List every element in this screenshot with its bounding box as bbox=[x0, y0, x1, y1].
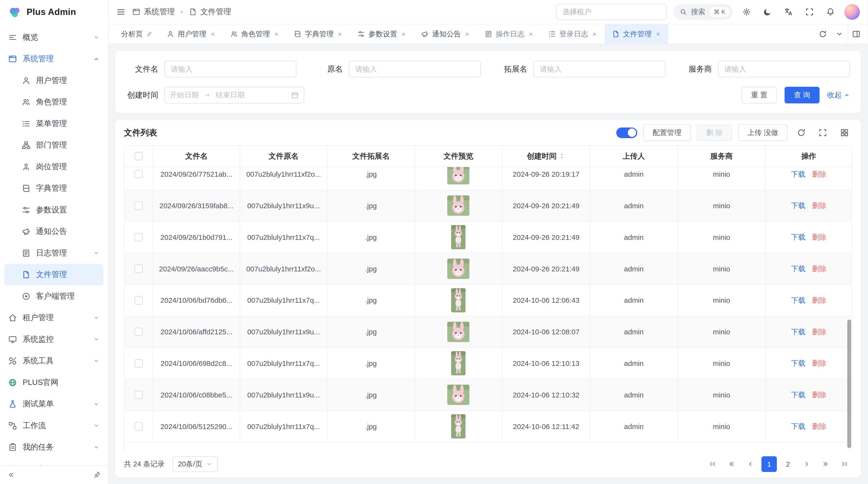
refresh-table-button[interactable] bbox=[794, 125, 809, 140]
fullscreen-button[interactable] bbox=[802, 5, 817, 19]
sidebar-item-monitor[interactable]: 系统监控 bbox=[0, 328, 108, 350]
sidebar-item-file[interactable]: 文件管理 bbox=[4, 264, 103, 286]
close-icon[interactable] bbox=[464, 31, 470, 37]
preview-image[interactable] bbox=[451, 225, 466, 250]
sidebar-item-dept[interactable]: 部门管理 bbox=[0, 134, 108, 156]
close-icon[interactable] bbox=[210, 31, 216, 37]
sidebar-item-gitee[interactable]: gitee记录 bbox=[0, 458, 108, 465]
delete-link[interactable]: 删除 bbox=[812, 358, 827, 368]
row-checkbox[interactable] bbox=[134, 233, 143, 241]
row-checkbox[interactable] bbox=[134, 296, 143, 304]
delete-link[interactable]: 删除 bbox=[812, 327, 827, 337]
preview-image[interactable] bbox=[447, 322, 469, 342]
tenant-select[interactable]: 选择租户 bbox=[556, 4, 667, 20]
download-link[interactable]: 下载 bbox=[791, 295, 806, 305]
select-all-checkbox[interactable] bbox=[134, 152, 143, 160]
sidebar-item-tools[interactable]: 系统工具 bbox=[0, 350, 108, 372]
sidebar-item-notice[interactable]: 通知公告 bbox=[0, 221, 108, 243]
language-translate-button[interactable] bbox=[781, 5, 796, 19]
download-link[interactable]: 下载 bbox=[791, 327, 806, 337]
sidebar-item-log[interactable]: 日志管理 bbox=[0, 242, 108, 264]
notifications-bell-button[interactable] bbox=[824, 5, 838, 19]
download-link[interactable]: 下载 bbox=[791, 358, 806, 368]
delete-link[interactable]: 删除 bbox=[812, 422, 827, 431]
sidebar-item-role[interactable]: 角色管理 bbox=[0, 91, 108, 113]
sidebar-item-menu[interactable]: 菜单管理 bbox=[0, 113, 108, 134]
close-icon[interactable] bbox=[655, 31, 661, 37]
download-link[interactable]: 下载 bbox=[791, 264, 806, 274]
page-2-button[interactable]: 2 bbox=[780, 456, 796, 472]
sidebar-item-overview[interactable]: 概览 bbox=[0, 27, 108, 48]
download-link[interactable]: 下载 bbox=[791, 169, 806, 179]
app-logo[interactable]: Plus Admin bbox=[0, 0, 108, 24]
query-button[interactable]: 查 询 bbox=[784, 87, 819, 103]
tab-menu-dropdown-button[interactable] bbox=[831, 24, 848, 44]
sidebar-item-user[interactable]: 用户管理 bbox=[0, 70, 108, 91]
global-search-button[interactable]: 搜索 ⌘ K bbox=[673, 4, 733, 20]
delete-link[interactable]: 删除 bbox=[812, 295, 827, 305]
column-settings-button[interactable] bbox=[837, 125, 852, 140]
tab-param[interactable]: 参数设置 bbox=[350, 24, 414, 44]
preview-image[interactable] bbox=[447, 195, 469, 216]
close-icon[interactable] bbox=[273, 31, 279, 37]
next-page-button[interactable] bbox=[799, 456, 814, 472]
search-toggle-switch[interactable] bbox=[616, 128, 637, 138]
close-icon[interactable] bbox=[528, 31, 534, 37]
preview-image[interactable] bbox=[447, 385, 469, 405]
hamburger-menu-button[interactable] bbox=[116, 7, 126, 17]
download-link[interactable]: 下载 bbox=[791, 390, 806, 400]
sidebar-item-tasks[interactable]: 我的任务 bbox=[0, 437, 108, 458]
tab-dict[interactable]: 字典管理 bbox=[287, 24, 350, 44]
delete-link[interactable]: 删除 bbox=[812, 264, 827, 274]
row-checkbox[interactable] bbox=[134, 265, 143, 273]
breadcrumb-item-system[interactable]: 系统管理 bbox=[132, 6, 175, 17]
tab-loginlog[interactable]: 登录日志 bbox=[541, 24, 605, 44]
batch-delete-button[interactable]: 删 除 bbox=[697, 124, 732, 141]
sidebar-item-test[interactable]: 测试菜单 bbox=[0, 393, 108, 415]
file-name-input[interactable] bbox=[164, 61, 296, 77]
upload-button[interactable]: 上传 没做 bbox=[738, 124, 787, 141]
extension-input[interactable] bbox=[533, 61, 665, 77]
close-icon[interactable] bbox=[337, 31, 343, 37]
row-checkbox[interactable] bbox=[134, 391, 143, 399]
tab-user[interactable]: 用户管理 bbox=[159, 24, 223, 44]
tab-analysis[interactable]: 分析页 bbox=[114, 24, 159, 44]
download-link[interactable]: 下载 bbox=[791, 201, 806, 211]
column-header[interactable]: 创建时间 bbox=[502, 146, 590, 167]
user-avatar[interactable] bbox=[844, 4, 860, 20]
jump-back-button[interactable] bbox=[724, 456, 739, 472]
provider-input[interactable] bbox=[718, 61, 850, 77]
delete-link[interactable]: 删除 bbox=[812, 169, 827, 179]
breadcrumb-item-file[interactable]: 文件管理 bbox=[189, 6, 231, 17]
page-size-select[interactable]: 20条/页 bbox=[173, 456, 218, 472]
sidebar-item-param[interactable]: 参数设置 bbox=[0, 199, 108, 221]
collapse-filters-link[interactable]: 收起 bbox=[827, 90, 850, 100]
date-range-picker[interactable]: 开始日期 结束日期 bbox=[164, 87, 305, 103]
page-1-button[interactable]: 1 bbox=[762, 456, 777, 472]
last-page-button[interactable] bbox=[837, 456, 852, 472]
toggle-panel-button[interactable] bbox=[848, 24, 864, 44]
preview-image[interactable] bbox=[451, 414, 466, 439]
tab-operlog[interactable]: 操作日志 bbox=[477, 24, 541, 44]
row-checkbox[interactable] bbox=[134, 170, 143, 178]
table-scrollbar-thumb[interactable] bbox=[847, 320, 851, 448]
sidebar-item-post[interactable]: 岗位管理 bbox=[0, 156, 108, 178]
tab-file[interactable]: 文件管理 bbox=[605, 24, 669, 44]
config-manage-button[interactable]: 配置管理 bbox=[643, 124, 691, 141]
delete-link[interactable]: 删除 bbox=[812, 232, 827, 242]
preview-image[interactable] bbox=[451, 288, 466, 312]
sidebar-item-client[interactable]: 客户端管理 bbox=[0, 285, 108, 307]
sidebar-pin-button[interactable] bbox=[93, 471, 101, 479]
row-checkbox[interactable] bbox=[134, 201, 143, 210]
delete-link[interactable]: 删除 bbox=[812, 201, 827, 211]
close-icon[interactable] bbox=[591, 31, 597, 37]
sidebar-item-workflow[interactable]: 工作流 bbox=[0, 415, 108, 437]
row-checkbox[interactable] bbox=[134, 422, 143, 430]
dark-mode-toggle[interactable] bbox=[760, 5, 775, 19]
table-fullscreen-button[interactable] bbox=[815, 125, 831, 140]
jump-forward-button[interactable] bbox=[818, 456, 833, 472]
row-checkbox[interactable] bbox=[134, 328, 143, 336]
row-checkbox[interactable] bbox=[134, 359, 143, 367]
pin-icon[interactable] bbox=[146, 31, 152, 37]
original-name-input[interactable] bbox=[349, 61, 481, 77]
